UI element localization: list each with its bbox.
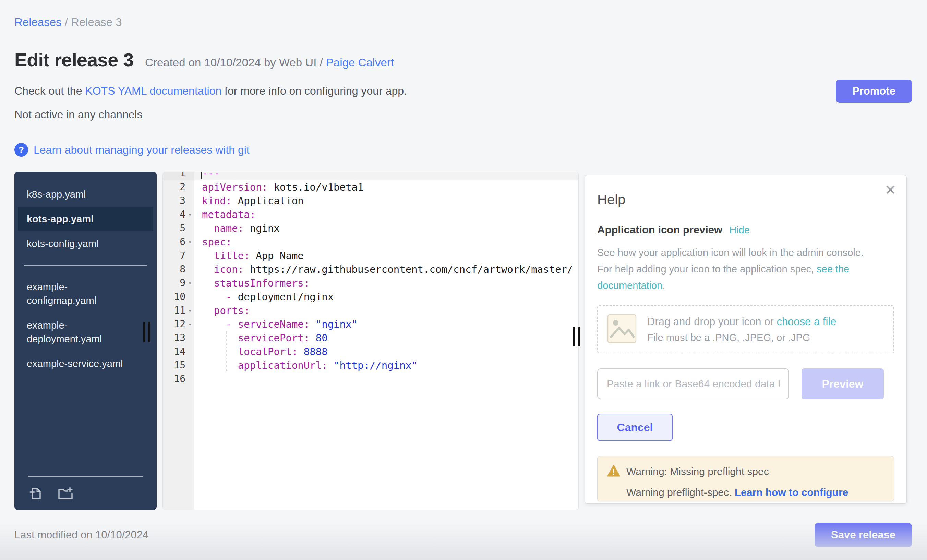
code-line-3[interactable]: 3kind: Application bbox=[163, 194, 578, 208]
section-description: See how your application icon will look … bbox=[597, 244, 875, 294]
code-text: localPort: 8888 bbox=[195, 345, 578, 358]
dropzone-hint: File must be a .PNG, .JPEG, or .JPG bbox=[647, 332, 836, 343]
code-line-16[interactable]: 16 bbox=[163, 372, 578, 386]
choose-file-link[interactable]: choose a file bbox=[777, 316, 836, 328]
code-line-5[interactable]: 5 name: nginx bbox=[163, 222, 578, 235]
sidebar-resize-handle[interactable] bbox=[143, 322, 150, 342]
icon-preview-section-header: Application icon preview Hide bbox=[597, 224, 894, 236]
sidebar-bottom bbox=[14, 477, 157, 501]
text-cursor bbox=[201, 172, 202, 179]
code-lines: 1---2apiVersion: kots.io/v1beta13kind: A… bbox=[163, 172, 578, 386]
footer: Last modified on 10/10/2024 Save release bbox=[14, 523, 912, 547]
line-number: 1 bbox=[163, 172, 195, 180]
sidebar-bottom-divider bbox=[28, 477, 143, 477]
line-number: 6▾ bbox=[163, 235, 195, 249]
code-text: servicePort: 80 bbox=[195, 331, 578, 345]
line-number: 16 bbox=[163, 372, 195, 386]
new-file-icon[interactable] bbox=[28, 485, 44, 501]
line-number: 5 bbox=[163, 222, 195, 235]
close-icon[interactable]: ✕ bbox=[884, 183, 896, 197]
line-number: 11▾ bbox=[163, 304, 195, 317]
code-text: spec: bbox=[195, 235, 578, 249]
code-line-2[interactable]: 2apiVersion: kots.io/v1beta1 bbox=[163, 180, 578, 194]
line-number: 15 bbox=[163, 358, 195, 372]
line-number: 8 bbox=[163, 263, 195, 276]
icon-url-input[interactable] bbox=[597, 369, 789, 399]
line-number: 3 bbox=[163, 194, 195, 208]
code-line-1[interactable]: 1--- bbox=[163, 172, 578, 180]
code-line-6[interactable]: 6▾spec: bbox=[163, 235, 578, 249]
code-line-9[interactable]: 9▾ statusInformers: bbox=[163, 276, 578, 290]
fold-chevron-icon[interactable]: ▾ bbox=[185, 208, 195, 222]
author-link[interactable]: Paige Calvert bbox=[326, 56, 394, 69]
yaml-editor[interactable]: 1---2apiVersion: kots.io/v1beta13kind: A… bbox=[163, 172, 579, 510]
warning-title: Warning: Missing preflight spec bbox=[626, 466, 769, 477]
code-line-14[interactable]: 14 localPort: 8888 bbox=[163, 345, 578, 358]
file-item-example-service-yaml[interactable]: example-service.yaml bbox=[14, 351, 157, 376]
new-folder-icon[interactable] bbox=[57, 485, 74, 501]
fold-chevron-icon[interactable]: ▾ bbox=[185, 276, 195, 290]
code-line-11[interactable]: 11▾ ports: bbox=[163, 304, 578, 317]
git-help-row: ? Learn about managing your releases wit… bbox=[14, 143, 927, 156]
icon-url-row: Preview bbox=[597, 369, 894, 399]
code-line-8[interactable]: 8 icon: https://raw.githubusercontent.co… bbox=[163, 263, 578, 276]
kots-yaml-docs-link[interactable]: KOTS YAML documentation bbox=[85, 85, 222, 97]
dropzone-texts: Drag and drop your icon or choose a file… bbox=[647, 316, 836, 343]
code-text bbox=[195, 372, 578, 386]
file-item-kots-config-yaml[interactable]: kots-config.yaml bbox=[14, 231, 157, 256]
code-text: --- bbox=[195, 172, 578, 180]
file-item-kots-app-yaml[interactable]: kots-app.yaml bbox=[18, 206, 153, 231]
fold-chevron-icon[interactable]: ▾ bbox=[185, 235, 195, 249]
breadcrumb-separator: / bbox=[65, 16, 71, 29]
docs-line: Check out the KOTS YAML documentation fo… bbox=[14, 85, 927, 97]
code-text: - serviceName: "nginx" bbox=[195, 317, 578, 331]
file-sidebar: k8s-app.yamlkots-app.yamlkots-config.yam… bbox=[14, 172, 157, 510]
git-releases-link[interactable]: Learn about managing your releases with … bbox=[33, 144, 249, 156]
code-text: applicationUrl: "http://nginx" bbox=[195, 358, 578, 372]
code-line-12[interactable]: 12▾ - serviceName: "nginx" bbox=[163, 317, 578, 331]
code-text: metadata: bbox=[195, 208, 578, 222]
code-line-13[interactable]: 13 servicePort: 80 bbox=[163, 331, 578, 345]
dropzone-label: Drag and drop your icon or choose a file bbox=[647, 316, 836, 328]
line-number: 4▾ bbox=[163, 208, 195, 222]
code-text: - deployment/nginx bbox=[195, 290, 578, 304]
page-title: Edit release 3 bbox=[14, 49, 133, 71]
file-item-example-deployment-yaml[interactable]: example-deployment.yaml bbox=[14, 313, 157, 351]
file-item-example-configmap-yaml[interactable]: example-configmap.yaml bbox=[14, 275, 157, 313]
save-release-button[interactable]: Save release bbox=[815, 523, 912, 547]
code-text: apiVersion: kots.io/v1beta1 bbox=[195, 180, 578, 194]
line-number: 12▾ bbox=[163, 317, 195, 331]
created-info: Created on 10/10/2024 by Web UI / Paige … bbox=[145, 56, 394, 69]
fold-chevron-icon[interactable]: ▾ bbox=[185, 304, 195, 317]
warning-detail: Warning preflight-spec. Learn how to con… bbox=[626, 487, 884, 498]
sidebar-divider bbox=[24, 265, 147, 266]
code-line-15[interactable]: 15 applicationUrl: "http://nginx" bbox=[163, 358, 578, 372]
line-number: 13 bbox=[163, 331, 195, 345]
breadcrumb: Releases / Release 3 bbox=[14, 16, 927, 29]
code-text: icon: https://raw.githubusercontent.com/… bbox=[195, 263, 578, 276]
breadcrumb-releases-link[interactable]: Releases bbox=[14, 16, 62, 29]
cancel-button[interactable]: Cancel bbox=[597, 414, 673, 441]
sidebar-actions bbox=[28, 485, 143, 501]
code-line-7[interactable]: 7 title: App Name bbox=[163, 249, 578, 263]
promote-button[interactable]: Promote bbox=[836, 79, 912, 103]
code-line-4[interactable]: 4▾metadata: bbox=[163, 208, 578, 222]
breadcrumb-current: Release 3 bbox=[71, 16, 122, 29]
hide-link[interactable]: Hide bbox=[729, 225, 750, 236]
file-item-k8s-app-yaml[interactable]: k8s-app.yaml bbox=[14, 182, 157, 206]
channel-status: Not active in any channels bbox=[14, 108, 927, 121]
learn-how-to-configure-link[interactable]: Learn how to configure bbox=[735, 487, 848, 498]
code-line-10[interactable]: 10 - deployment/nginx bbox=[163, 290, 578, 304]
icon-dropzone[interactable]: Drag and drop your icon or choose a file… bbox=[597, 305, 894, 354]
help-resize-handle[interactable] bbox=[573, 326, 580, 346]
fold-chevron-icon[interactable]: ▾ bbox=[185, 317, 195, 331]
edit-release-page: Releases / Release 3 Edit release 3 Crea… bbox=[0, 0, 927, 560]
title-row: Edit release 3 Created on 10/10/2024 by … bbox=[14, 49, 927, 71]
preview-button[interactable]: Preview bbox=[801, 369, 884, 399]
main-content: k8s-app.yamlkots-app.yamlkots-config.yam… bbox=[14, 172, 907, 510]
line-number: 7 bbox=[163, 249, 195, 263]
help-title: Help bbox=[597, 192, 894, 207]
code-text: title: App Name bbox=[195, 249, 578, 263]
line-number: 14 bbox=[163, 345, 195, 358]
warning-title-row: Warning: Missing preflight spec bbox=[607, 465, 884, 478]
